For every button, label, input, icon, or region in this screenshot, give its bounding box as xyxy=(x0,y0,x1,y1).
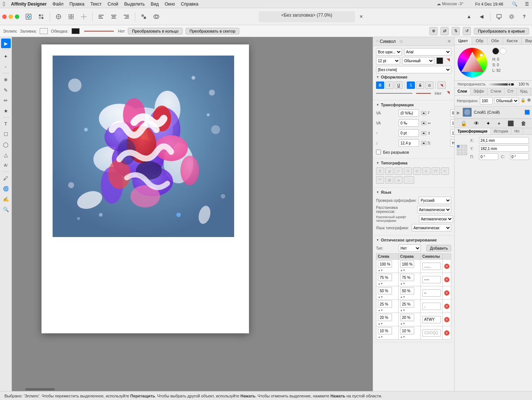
layers-opacity-input[interactable] xyxy=(480,97,493,104)
arrange-btn[interactable] xyxy=(138,11,149,22)
text-art-tool[interactable]: A/ xyxy=(1,160,11,170)
no-breaks-checkbox[interactable] xyxy=(376,150,381,154)
hyphen-select[interactable]: Автоматически xyxy=(417,206,451,213)
oc-del-5[interactable]: ✕ xyxy=(444,317,449,322)
handle-bl[interactable] xyxy=(66,275,70,279)
tab-styles[interactable]: Стили xyxy=(488,88,505,95)
fill-tool[interactable]: 🌀 xyxy=(1,184,11,193)
select-tool[interactable]: ▶ xyxy=(1,39,11,48)
pen-tool[interactable]: ✎ xyxy=(1,85,11,95)
handle-br[interactable] xyxy=(87,275,91,279)
typography-section-toggle[interactable]: ▼ Типографика xyxy=(376,161,451,165)
lock-aspect-btn[interactable]: ⊕ xyxy=(429,27,438,35)
menu-file[interactable]: Файл xyxy=(53,1,64,7)
oc-stepper-r5[interactable]: ▲▼ xyxy=(400,322,405,325)
oc-sym-3[interactable] xyxy=(422,289,441,297)
line-color-btn[interactable]: ◥ xyxy=(445,90,451,96)
handle-mr[interactable] xyxy=(87,265,91,269)
handle-tl[interactable] xyxy=(66,254,70,258)
align-left-btn[interactable] xyxy=(96,11,107,22)
layer-lock-all-btn[interactable]: 🔒 xyxy=(460,120,467,126)
tracking-stepper[interactable]: ⏶ xyxy=(421,111,426,115)
menu-edit[interactable]: Правка xyxy=(69,1,84,7)
transform-anchor-bc[interactable] xyxy=(460,152,463,155)
oc-stepper-l5[interactable]: ▲▼ xyxy=(378,322,383,325)
triangle-right-btn[interactable]: ◀ xyxy=(476,11,487,22)
settings-btn[interactable] xyxy=(506,11,517,22)
transform-anchor-tl[interactable] xyxy=(457,145,460,148)
oc-sym-2[interactable] xyxy=(422,276,441,283)
layer-item-1[interactable]: ▶ Слой1 (Слой) xyxy=(455,106,532,119)
color-cursor[interactable] xyxy=(480,54,483,57)
vector-mode-btn[interactable] xyxy=(23,11,34,22)
font-filter-select[interactable]: Все шри... xyxy=(376,48,402,56)
style-select[interactable]: [Без стиля] xyxy=(376,66,451,73)
layer-fx-btn[interactable]: ✦ xyxy=(486,120,491,126)
corner-tool[interactable]: ◦ xyxy=(1,62,11,71)
rotate-btn[interactable]: ↺ xyxy=(463,27,471,35)
typo-fi-btn[interactable]: fi xyxy=(376,167,384,175)
align-right-btn[interactable] xyxy=(121,11,132,22)
convert-sector-btn[interactable]: Преобразовать в сектор xyxy=(186,28,240,34)
layers-settings-btn[interactable]: ⚙ xyxy=(531,88,532,95)
oc-left-5[interactable] xyxy=(378,314,392,321)
snapping-btn[interactable] xyxy=(53,11,64,22)
pixel-mode-btn[interactable] xyxy=(36,11,47,22)
doc-title[interactable]: <Без заголовка> (77.0%) xyxy=(259,11,355,22)
offset-stepper[interactable]: ⏶ xyxy=(421,131,426,135)
oc-del-6[interactable]: ✕ xyxy=(444,330,449,336)
apple-menu[interactable]:  xyxy=(3,1,5,7)
oc-stepper-r4[interactable]: ▲▼ xyxy=(400,309,405,311)
layer-delete-btn[interactable]: 🗑 xyxy=(521,120,526,126)
zoom-tool[interactable]: 🔍 xyxy=(1,204,11,214)
export-btn[interactable] xyxy=(493,11,505,22)
oc-right-1[interactable] xyxy=(400,260,414,268)
app-name[interactable]: Affinity Designer xyxy=(11,1,47,7)
handle-tc[interactable] xyxy=(77,254,80,258)
tab-color[interactable]: Цвет xyxy=(455,37,472,44)
pencil-tool[interactable]: ✏ xyxy=(1,96,11,105)
lang-typo-select[interactable]: Автоматически xyxy=(412,224,451,231)
boolean-btn[interactable] xyxy=(151,11,162,22)
format-section-toggle[interactable]: ▼ Оформление xyxy=(376,75,451,79)
oc-right-4[interactable] xyxy=(400,300,414,308)
rotation-field-input[interactable] xyxy=(479,153,498,160)
triangle-left-btn[interactable]: ▲ xyxy=(463,11,475,22)
layer-expand-btn[interactable]: ▶ xyxy=(457,110,460,114)
oc-stepper-r2[interactable]: ▲▼ xyxy=(400,282,405,285)
transform-anchor-tc[interactable] xyxy=(460,145,463,148)
oc-stepper-l1[interactable]: ▲▼ xyxy=(378,269,383,271)
style-s-btn[interactable]: S xyxy=(407,81,415,89)
oc-stepper-l4[interactable]: ▲▼ xyxy=(378,309,383,311)
optical-type-select[interactable]: Нет xyxy=(399,244,421,252)
font-name-select[interactable]: Arial xyxy=(404,48,451,56)
menu-text[interactable]: Текст xyxy=(90,1,102,7)
tab-brushes[interactable]: Кисти xyxy=(503,37,522,44)
tab-obr[interactable]: Обр xyxy=(472,37,488,44)
blend-mode-select[interactable]: Обычный xyxy=(494,97,519,104)
baseline-stepper[interactable]: ⏶ xyxy=(421,121,426,125)
flip-v-btn[interactable]: ⇅ xyxy=(452,27,460,35)
text-color-btn[interactable]: ◥ xyxy=(445,58,451,64)
flip-h-btn[interactable]: ⇄ xyxy=(440,27,449,35)
oc-del-1[interactable]: ✕ xyxy=(444,264,449,269)
oc-del-4[interactable]: ✕ xyxy=(444,304,449,309)
panel-minimize[interactable]: ⊙ xyxy=(399,39,403,44)
tab-history[interactable]: История xyxy=(491,128,512,134)
layer-copy-btn[interactable]: ⬛ xyxy=(508,120,514,126)
tab-layers[interactable]: Слои xyxy=(455,88,471,95)
shear-field-input[interactable] xyxy=(510,153,529,160)
offset-input[interactable] xyxy=(399,129,419,137)
menu-select[interactable]: Выделить xyxy=(124,1,144,7)
ellipse-tool[interactable]: ◯ xyxy=(1,140,11,149)
horizontal-scrollbar[interactable] xyxy=(25,388,55,390)
vscale-input[interactable] xyxy=(450,129,454,137)
typo-grid-btn[interactable]: ⊞ xyxy=(385,176,393,184)
question-btn[interactable]: ? xyxy=(519,11,530,22)
eyedropper-tool[interactable]: 🖊 xyxy=(1,173,11,183)
underline-btn[interactable]: U xyxy=(395,81,403,89)
oc-left-1[interactable] xyxy=(378,260,392,268)
typo-ord-btn[interactable]: 1° xyxy=(395,167,403,175)
triangle-tool[interactable]: △ xyxy=(1,150,11,160)
brush-tool[interactable]: ★ xyxy=(1,106,11,116)
